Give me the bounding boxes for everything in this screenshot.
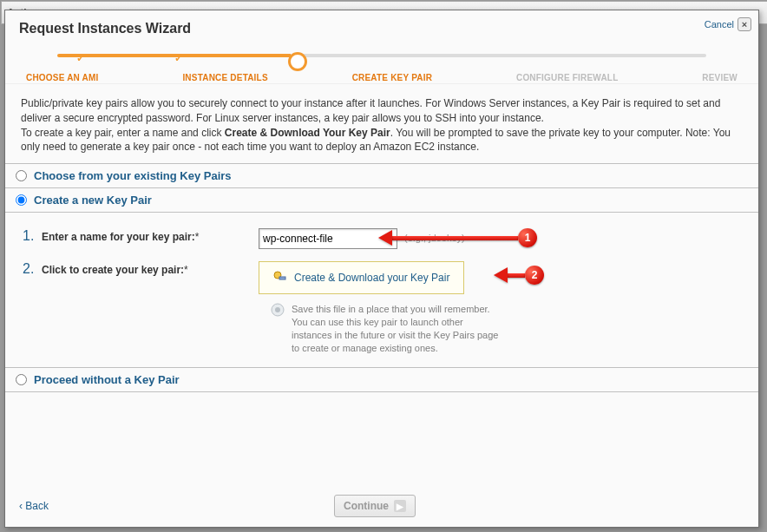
- keypair-name-input[interactable]: [259, 228, 397, 249]
- radio-existing[interactable]: [16, 170, 27, 181]
- arrow-right-icon: ▶: [394, 500, 406, 512]
- annotation-1: 1: [378, 228, 537, 247]
- progress-line: ✓ ✓: [57, 54, 706, 57]
- description-text: Public/private key pairs allow you to se…: [5, 84, 758, 163]
- close-icon: ×: [738, 17, 751, 31]
- desc-line2a: To create a key pair, enter a name and c…: [21, 127, 225, 139]
- radio-none[interactable]: [16, 374, 27, 385]
- cancel-label: Cancel: [705, 19, 734, 30]
- option-existing-keypair[interactable]: Choose from your existing Key Pairs: [5, 164, 758, 187]
- option-none-label: Proceed without a Key Pair: [34, 373, 180, 386]
- continue-label: Continue: [344, 500, 389, 512]
- modal-title: Request Instances Wizard: [5, 10, 758, 49]
- svg-rect-1: [279, 277, 285, 279]
- option-create-keypair[interactable]: Create a new Key Pair: [5, 188, 758, 212]
- create-keypair-label: Click to create your key pair:*: [42, 261, 259, 279]
- arrow-shaft: [508, 273, 525, 278]
- back-button[interactable]: ‹ Back: [19, 500, 49, 512]
- cancel-button[interactable]: Cancel ×: [705, 17, 751, 31]
- check-icon: ✓: [174, 52, 183, 64]
- step-review: REVIEW: [702, 73, 738, 82]
- option-create-label: Create a new Key Pair: [34, 194, 152, 207]
- create-download-button[interactable]: Create & Download your Key Pair: [259, 261, 464, 294]
- create-download-label: Create & Download your Key Pair: [294, 272, 449, 284]
- step-number-2: 2.: [23, 261, 38, 277]
- option-existing-label: Choose from your existing Key Pairs: [34, 169, 232, 182]
- step-choose-ami[interactable]: CHOOSE AN AMI: [26, 73, 99, 82]
- key-icon: [273, 271, 287, 285]
- step-number-1: 1.: [23, 228, 38, 244]
- desc-line1: Public/private key pairs allow you to se…: [21, 97, 720, 124]
- wizard-steps: ✓ ✓ CHOOSE AN AMI INSTANCE DETAILS CREAT…: [5, 49, 758, 84]
- current-step-knob: [288, 52, 307, 71]
- step-configure-firewall: CONFIGURE FIREWALL: [516, 73, 618, 82]
- wizard-footer: ‹ Back Continue ▶: [5, 485, 758, 527]
- svg-point-3: [275, 307, 280, 312]
- annotation-2: 2: [494, 266, 544, 285]
- save-note-text: Save this file in a place that you will …: [292, 303, 505, 354]
- wizard-modal: Request Instances Wizard Cancel × ✓ ✓ CH…: [4, 10, 759, 528]
- step-create-key-pair[interactable]: CREATE KEY PAIR: [352, 73, 432, 82]
- continue-button: Continue ▶: [334, 495, 416, 517]
- save-note: Save this file in a place that you will …: [271, 303, 505, 354]
- arrow-shaft: [392, 236, 518, 240]
- check-icon: ✓: [76, 52, 85, 64]
- annotation-badge-2: 2: [525, 266, 544, 285]
- desc-bold: Create & Download Your Key Pair: [225, 127, 390, 139]
- radio-create[interactable]: [16, 194, 27, 206]
- keypair-name-label: Enter a name for your key pair:*: [42, 228, 259, 246]
- step-instance-details[interactable]: INSTANCE DETAILS: [182, 73, 267, 82]
- arrow-head-icon: [378, 230, 392, 246]
- keypair-options: Choose from your existing Key Pairs Crea…: [5, 163, 758, 391]
- info-icon: [271, 303, 285, 317]
- annotation-badge-1: 1: [518, 228, 537, 247]
- option-no-keypair[interactable]: Proceed without a Key Pair: [5, 368, 758, 391]
- arrow-head-icon: [494, 267, 508, 283]
